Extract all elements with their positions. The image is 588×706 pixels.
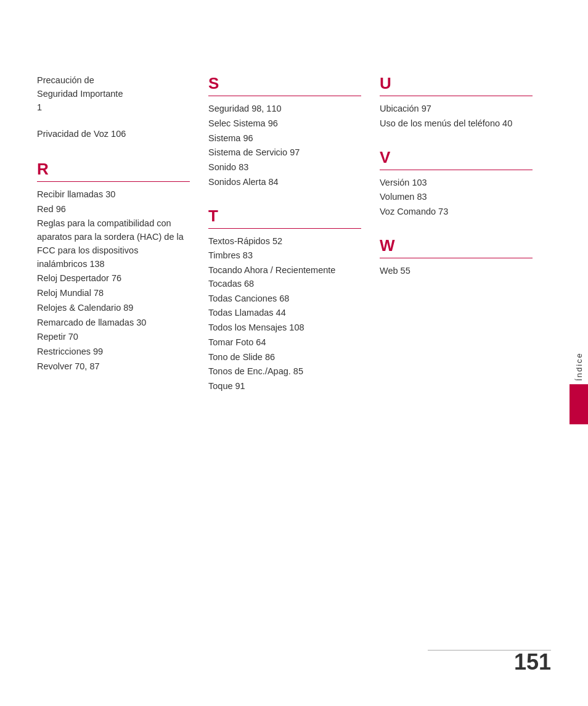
intro-line2: Seguridad Importante	[37, 88, 190, 101]
side-tab-bar	[570, 385, 588, 425]
section-U-letter: U	[380, 74, 533, 93]
section-T-divider	[208, 228, 361, 229]
entry-T-0: Textos-Rápidos 52	[208, 235, 361, 248]
section-W-letter: W	[380, 236, 533, 255]
entry-R-9: Revolver 70, 87	[37, 360, 190, 374]
entry-U-1: Uso de los menús del teléfono 40	[380, 117, 533, 131]
section-V-divider	[380, 170, 533, 170]
column-3: U Ubicación 97 Uso de los menús del telé…	[380, 74, 551, 411]
entry-R-7: Repetir 70	[37, 330, 190, 344]
section-W: W Web 55	[380, 236, 533, 278]
entry-V-0: Versión 103	[380, 176, 533, 190]
entry-T-9: Toque 91	[208, 380, 361, 393]
entry-R-1: Red 96	[37, 203, 190, 216]
entry-R-8: Restricciones 99	[37, 345, 190, 359]
section-U: U Ubicación 97 Uso de los menús del telé…	[380, 74, 533, 131]
entry-S-2: Sistema 96	[208, 132, 361, 146]
entry-S-4: Sonido 83	[208, 161, 361, 174]
entry-T-3: Todas Canciones 68	[208, 292, 361, 306]
section-U-divider	[380, 96, 533, 96]
entry-T-4: Todas Llamadas 44	[208, 306, 361, 320]
entry-T-6: Tomar Foto 64	[208, 336, 361, 350]
entry-R-5: Relojes & Calendario 89	[37, 302, 190, 315]
intro-line1: Precaución de	[37, 74, 190, 88]
page-container: Precaución de Seguridad Importante 1 Pri…	[0, 0, 588, 706]
side-tab-label: Índice	[574, 352, 584, 381]
entry-V-1: Volumen 83	[380, 191, 533, 204]
entry-R-0: Recibir llamadas 30	[37, 188, 190, 202]
intro-line4: Privacidad de Voz 106	[37, 128, 190, 141]
intro-text: Precaución de Seguridad Importante 1 Pri…	[37, 74, 190, 141]
entry-T-8: Tonos de Enc./Apag. 85	[208, 365, 361, 379]
section-S-divider	[208, 96, 361, 96]
entry-T-5: Todos los Mensajes 108	[208, 321, 361, 335]
entry-U-0: Ubicación 97	[380, 102, 533, 116]
entry-S-1: Selec Sistema 96	[208, 117, 361, 131]
entry-R-2: Reglas para la compatibilidad con aparat…	[37, 217, 190, 271]
side-tab: Índice	[570, 352, 588, 425]
section-R: R Recibir llamadas 30 Red 96 Reglas para…	[37, 160, 190, 374]
entry-V-2: Voz Comando 73	[380, 205, 533, 219]
entry-T-2: Tocando Ahora / Recientemente Tocadas 68	[208, 264, 361, 291]
entry-R-4: Reloj Mundial 78	[37, 287, 190, 300]
section-S: S Seguridad 98, 110 Selec Sistema 96 Sis…	[208, 74, 361, 189]
column-1: Precaución de Seguridad Importante 1 Pri…	[37, 74, 208, 411]
columns-wrapper: Precaución de Seguridad Importante 1 Pri…	[37, 74, 551, 411]
intro-line3: 1	[37, 101, 190, 115]
section-T: T Textos-Rápidos 52 Timbres 83 Tocando A…	[208, 207, 361, 393]
entry-T-1: Timbres 83	[208, 249, 361, 263]
column-2: S Seguridad 98, 110 Selec Sistema 96 Sis…	[208, 74, 380, 411]
entry-T-7: Tono de Slide 86	[208, 351, 361, 364]
section-W-divider	[380, 258, 533, 258]
page-number: 151	[514, 649, 551, 675]
section-V: V Versión 103 Volumen 83 Voz Comando 73	[380, 148, 533, 219]
section-R-divider	[37, 181, 190, 182]
entry-S-5: Sonidos Alerta 84	[208, 176, 361, 189]
section-S-letter: S	[208, 74, 361, 93]
entry-W-0: Web 55	[380, 265, 533, 278]
section-R-letter: R	[37, 160, 190, 179]
entry-R-6: Remarcado de llamadas 30	[37, 316, 190, 330]
entry-R-3: Reloj Despertador 76	[37, 272, 190, 285]
section-V-letter: V	[380, 148, 533, 167]
entry-S-0: Seguridad 98, 110	[208, 102, 361, 116]
section-T-letter: T	[208, 207, 361, 226]
entry-S-3: Sistema de Servicio 97	[208, 146, 361, 160]
